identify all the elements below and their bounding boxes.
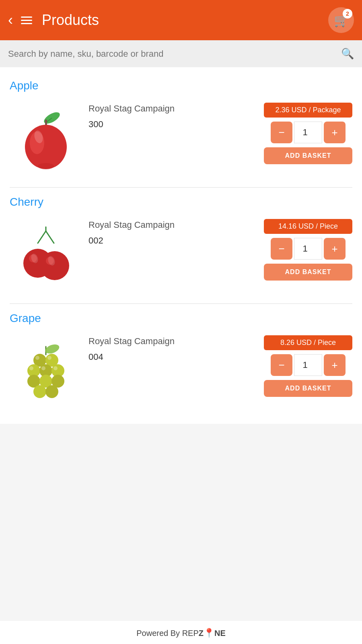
qty-row-apple: − +	[264, 122, 352, 143]
category-title-apple: Apple	[10, 79, 352, 92]
product-price-cherry: 14.16 USD / Piece	[264, 219, 352, 234]
product-price-apple: 2.36 USD / Package	[264, 103, 352, 118]
cart-badge: 2	[343, 9, 352, 19]
cart-button[interactable]: 🛒 2	[328, 7, 354, 33]
qty-minus-apple[interactable]: −	[271, 122, 292, 143]
qty-input-grape[interactable]	[294, 354, 322, 376]
product-sku-apple: 300	[88, 119, 257, 130]
brand-zone: Z	[199, 629, 204, 638]
svg-point-17	[44, 343, 61, 355]
product-sku-cherry: 002	[88, 235, 257, 246]
product-price-grape: 8.26 USD / Piece	[264, 335, 352, 350]
product-item: Royal Stag Campaign 300 2.36 USD / Packa…	[10, 99, 352, 183]
add-basket-cherry[interactable]: ADD BASKET	[264, 264, 352, 281]
product-info-grape: Royal Stag Campaign 004	[82, 335, 264, 362]
product-campaign-grape: Royal Stag Campaign	[88, 335, 257, 348]
product-campaign-apple: Royal Stag Campaign	[88, 103, 257, 115]
product-actions-grape: 8.26 USD / Piece − + ADD BASKET	[264, 335, 352, 397]
search-icon[interactable]: 🔍	[341, 47, 354, 60]
category-title-grape: Grape	[10, 312, 352, 325]
qty-row-cherry: − +	[264, 238, 352, 260]
product-item-cherry: Royal Stag Campaign 002 14.16 USD / Piec…	[10, 215, 352, 299]
svg-point-12	[40, 251, 69, 280]
category-section-grape: Grape	[0, 304, 362, 420]
powered-by-label: Powered By	[136, 629, 180, 638]
qty-minus-grape[interactable]: −	[271, 354, 292, 376]
qty-input-cherry[interactable]	[294, 238, 322, 260]
svg-line-8	[46, 231, 54, 243]
product-image-cherry	[10, 219, 82, 291]
cherry-image	[14, 223, 78, 287]
category-title-cherry: Cherry	[10, 196, 352, 208]
svg-point-5	[38, 163, 54, 169]
product-info-cherry: Royal Stag Campaign 002	[82, 219, 264, 246]
category-section-cherry: Cherry	[0, 188, 362, 303]
footer: Powered By REPZ📍NE	[0, 620, 362, 644]
product-item-grape: Royal Stag Campaign 004 8.26 USD / Piece…	[10, 331, 352, 416]
qty-plus-cherry[interactable]: +	[324, 238, 346, 260]
qty-plus-grape[interactable]: +	[324, 354, 346, 376]
category-section-apple: Apple Royal Stag C	[0, 71, 362, 187]
grape-image	[14, 339, 78, 404]
add-basket-apple[interactable]: ADD BASKET	[264, 147, 352, 164]
page-title: Products	[42, 12, 328, 29]
svg-point-30	[29, 366, 33, 370]
menu-button[interactable]	[21, 17, 32, 24]
add-basket-grape[interactable]: ADD BASKET	[264, 380, 352, 397]
product-image-grape	[10, 335, 82, 408]
svg-point-27	[45, 385, 58, 398]
svg-point-26	[33, 385, 46, 398]
product-list: Apple Royal Stag C	[0, 67, 362, 424]
svg-point-29	[47, 356, 51, 360]
product-actions-apple: 2.36 USD / Package − + ADD BASKET	[264, 103, 352, 164]
product-sku-grape: 004	[88, 352, 257, 362]
pin-icon: 📍	[204, 628, 214, 638]
svg-point-28	[35, 356, 39, 360]
svg-point-32	[53, 366, 58, 370]
brand-rep: REP	[182, 629, 199, 638]
brand-ne: NE	[214, 629, 226, 638]
search-input[interactable]	[8, 49, 341, 59]
product-image-apple	[10, 103, 82, 175]
qty-plus-apple[interactable]: +	[324, 122, 346, 143]
svg-line-7	[38, 231, 46, 243]
product-actions-cherry: 14.16 USD / Piece − + ADD BASKET	[264, 219, 352, 281]
svg-point-31	[41, 366, 45, 370]
qty-minus-cherry[interactable]: −	[271, 238, 292, 260]
back-button[interactable]: ‹	[8, 12, 13, 29]
product-campaign-cherry: Royal Stag Campaign	[88, 219, 257, 231]
product-info-apple: Royal Stag Campaign 300	[82, 103, 264, 130]
apple-image	[14, 107, 78, 171]
header: ‹ Products 🛒 2	[0, 0, 362, 40]
qty-row-grape: − +	[264, 354, 352, 376]
search-bar: 🔍	[0, 40, 362, 67]
qty-input-apple[interactable]	[294, 122, 322, 143]
